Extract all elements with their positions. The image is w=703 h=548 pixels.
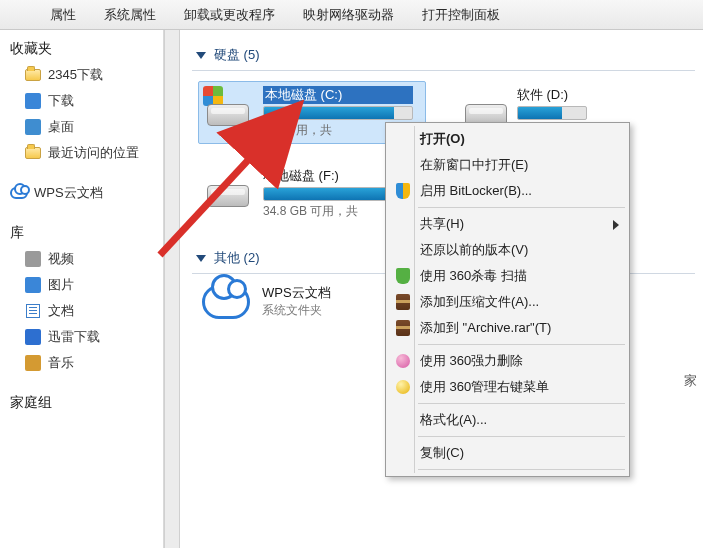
menu-item[interactable]: 共享(H) (388, 211, 627, 237)
menu-item[interactable]: 在新窗口中打开(E) (388, 152, 627, 178)
gshield-icon (394, 267, 412, 285)
menu-item[interactable]: 还原以前的版本(V) (388, 237, 627, 263)
drive-icon (203, 167, 253, 209)
drive-name: 软件 (D:) (517, 86, 581, 104)
cmd-uninstall[interactable]: 卸载或更改程序 (184, 6, 275, 24)
capacity-bar (263, 106, 413, 120)
menu-item-label: 使用 360管理右键菜单 (420, 378, 549, 396)
menu-item-label: 使用 360杀毒 扫描 (420, 267, 527, 285)
nav-item-desktop[interactable]: 桌面 (4, 114, 163, 140)
pinkball-icon (394, 352, 412, 370)
nav-item-label: 文档 (48, 301, 74, 321)
cmd-properties[interactable]: 属性 (50, 6, 76, 24)
rar-icon (394, 319, 412, 337)
libraries-label: 库 (10, 224, 24, 242)
nav-item-label: 视频 (48, 249, 74, 269)
menu-item-label: 格式化(A)... (420, 411, 487, 429)
nav-item-label: 下载 (48, 91, 74, 111)
menu-separator (418, 469, 625, 470)
menu-item-label: 还原以前的版本(V) (420, 241, 528, 259)
nav-item-videos[interactable]: 视频 (4, 246, 163, 272)
xunlei-icon (24, 328, 42, 346)
nav-item-label: 2345下载 (48, 65, 103, 85)
menu-item-label: 在新窗口中打开(E) (420, 156, 528, 174)
nav-item-music[interactable]: 音乐 (4, 350, 163, 376)
menu-item[interactable]: 打开(O) (388, 126, 627, 152)
nav-scrollbar[interactable] (164, 30, 180, 548)
nav-item-label: WPS云文档 (34, 183, 103, 203)
menu-separator (418, 403, 625, 404)
shield-icon (394, 182, 412, 200)
other-item-name: WPS云文档 (262, 284, 331, 302)
menu-separator (418, 207, 625, 208)
cmd-control-panel[interactable]: 打开控制面板 (422, 6, 500, 24)
menu-item-label: 共享(H) (420, 215, 464, 233)
cmd-system-properties[interactable]: 系统属性 (104, 6, 156, 24)
nav-item-documents[interactable]: 文档 (4, 298, 163, 324)
section-header-drives[interactable]: 硬盘 (5) (192, 42, 695, 71)
nav-group-homegroup[interactable]: 家庭组 (4, 390, 163, 416)
nav-item-label: 迅雷下载 (48, 327, 100, 347)
rar-icon (394, 293, 412, 311)
menu-item-label: 启用 BitLocker(B)... (420, 182, 532, 200)
command-bar: 属性 系统属性 卸载或更改程序 映射网络驱动器 打开控制面板 (0, 0, 703, 30)
document-icon (24, 302, 42, 320)
menu-item[interactable]: 添加到压缩文件(A)... (388, 289, 627, 315)
download-icon (24, 92, 42, 110)
menu-item-label: 添加到压缩文件(A)... (420, 293, 539, 311)
other-item-subtitle: 系统文件夹 (262, 302, 331, 319)
drive-icon (203, 86, 253, 128)
nav-item-2345-downloads[interactable]: 2345下载 (4, 62, 163, 88)
nav-group-libraries[interactable]: 库 (4, 220, 163, 246)
menu-item-label: 打开(O) (420, 130, 465, 148)
windows-badge-icon (203, 86, 223, 106)
menu-item-label: 使用 360强力删除 (420, 352, 523, 370)
section-title: 硬盘 (5) (214, 46, 260, 64)
nav-group-favorites[interactable]: 收藏夹 (4, 36, 163, 62)
nav-item-pictures[interactable]: 图片 (4, 272, 163, 298)
context-menu: 打开(O)在新窗口中打开(E)启用 BitLocker(B)...共享(H)还原… (385, 122, 630, 477)
cloud-icon (202, 285, 250, 319)
menu-separator (418, 344, 625, 345)
menu-item[interactable]: 使用 360管理右键菜单 (388, 374, 627, 400)
recent-icon (24, 144, 42, 162)
menu-item[interactable]: 使用 360杀毒 扫描 (388, 263, 627, 289)
nav-item-downloads[interactable]: 下载 (4, 88, 163, 114)
nav-item-label: 音乐 (48, 353, 74, 373)
nav-item-xunlei[interactable]: 迅雷下载 (4, 324, 163, 350)
homegroup-label: 家庭组 (10, 394, 52, 412)
stray-text: 家 (684, 372, 697, 390)
capacity-bar (517, 106, 587, 120)
menu-item[interactable]: 使用 360强力删除 (388, 348, 627, 374)
folder-icon (24, 66, 42, 84)
collapse-icon (196, 52, 206, 59)
nav-item-label: 桌面 (48, 117, 74, 137)
menu-item[interactable]: 格式化(A)... (388, 407, 627, 433)
menu-item[interactable]: 添加到 "Archive.rar"(T) (388, 315, 627, 341)
nav-item-label: 图片 (48, 275, 74, 295)
menu-item[interactable]: 启用 BitLocker(B)... (388, 178, 627, 204)
video-icon (24, 250, 42, 268)
desktop-icon (24, 118, 42, 136)
nav-item-recent[interactable]: 最近访问的位置 (4, 140, 163, 166)
nav-item-wps-cloud[interactable]: WPS云文档 (4, 180, 163, 206)
menu-item[interactable]: 复制(C) (388, 440, 627, 466)
nav-item-label: 最近访问的位置 (48, 143, 139, 163)
cmd-map-drive[interactable]: 映射网络驱动器 (303, 6, 394, 24)
submenu-arrow-icon (613, 220, 619, 230)
navigation-pane: 收藏夹 2345下载 下载 桌面 最近访问的位置 WPS云文档 库 (0, 30, 164, 548)
drive-name: 本地磁盘 (C:) (263, 86, 413, 104)
favorites-label: 收藏夹 (10, 40, 52, 58)
collapse-icon (196, 255, 206, 262)
menu-item-label: 复制(C) (420, 444, 464, 462)
picture-icon (24, 276, 42, 294)
y360-icon (394, 378, 412, 396)
music-icon (24, 354, 42, 372)
menu-item-label: 添加到 "Archive.rar"(T) (420, 319, 551, 337)
cloud-icon (10, 184, 28, 202)
section-title: 其他 (2) (214, 249, 260, 267)
menu-separator (418, 436, 625, 437)
